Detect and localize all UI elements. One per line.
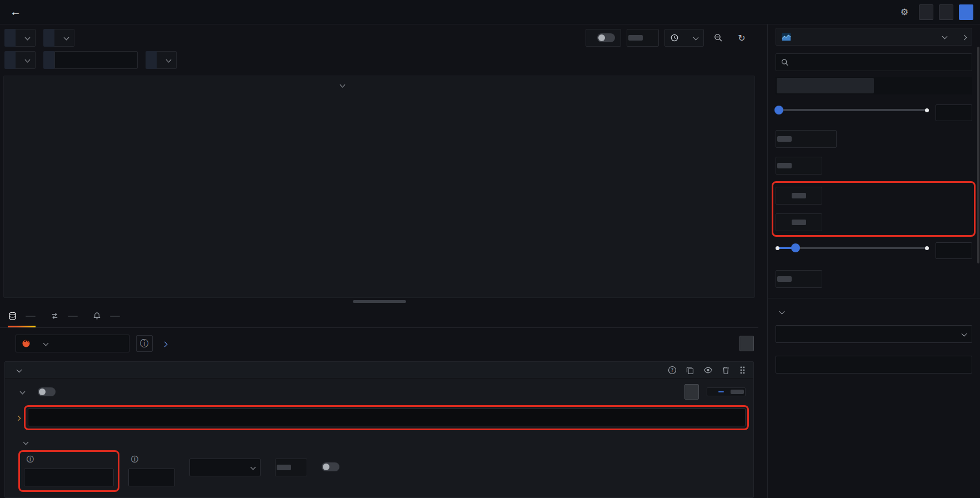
point-size-slider[interactable]	[776, 242, 929, 259]
legend-input[interactable]	[24, 469, 114, 486]
var-endpoint-limit-value[interactable]	[157, 51, 177, 69]
trash-icon[interactable]	[722, 366, 730, 375]
var-endpoint-value[interactable]	[16, 51, 36, 69]
query-inspector-button[interactable]	[739, 336, 754, 351]
chevron-down-icon	[19, 439, 28, 447]
gradient-none-button[interactable]	[777, 136, 792, 142]
query-options-toggle[interactable]	[159, 340, 186, 348]
datasource-picker[interactable]	[16, 335, 129, 352]
unit-select[interactable]	[776, 325, 972, 343]
code-option[interactable]	[731, 390, 744, 394]
save-button[interactable]	[939, 4, 953, 20]
chart-svg[interactable]	[4, 95, 755, 278]
connect-threshold-button[interactable]	[806, 193, 821, 198]
metrics-browser-toggle[interactable]	[13, 414, 20, 422]
builder-option[interactable]	[708, 389, 731, 395]
line-dots-button[interactable]	[806, 163, 821, 168]
info-icon[interactable]: ⓘ	[131, 455, 138, 465]
options-section-toggle[interactable]	[5, 429, 753, 449]
type-instant-button[interactable]	[291, 465, 306, 470]
actual-button[interactable]	[643, 35, 657, 41]
collapse-sidebar-icon[interactable]	[959, 32, 966, 42]
chevron-right-icon	[159, 340, 167, 348]
run-queries-button[interactable]	[684, 384, 699, 400]
var-service-instance-value[interactable]	[54, 29, 74, 47]
slider-handle[interactable]	[774, 106, 783, 114]
points-never-button[interactable]	[806, 220, 821, 225]
apply-button[interactable]	[959, 4, 973, 20]
point-size-input[interactable]	[936, 242, 972, 259]
gradient-hue-button[interactable]	[806, 136, 821, 142]
exemplars-toggle[interactable]	[322, 462, 339, 471]
var-service-instance	[43, 29, 74, 47]
back-arrow-icon[interactable]: ←	[10, 6, 21, 18]
query-row-header[interactable]: ?	[5, 362, 753, 379]
stack-100-button[interactable]	[806, 276, 821, 282]
tab-query[interactable]	[8, 305, 36, 327]
query-expression[interactable]	[28, 409, 746, 426]
points-auto-button[interactable]	[777, 220, 792, 225]
type-range-button[interactable]	[277, 465, 291, 470]
min-input[interactable]	[776, 356, 972, 374]
tab-transform[interactable]	[50, 305, 78, 327]
stack-normal-button[interactable]	[792, 276, 806, 282]
line-solid-button[interactable]	[777, 163, 792, 168]
query-row-actions: ?	[668, 366, 746, 375]
tab-all[interactable]	[777, 78, 874, 93]
fill-opacity-row	[776, 104, 972, 121]
time-range-picker[interactable]	[664, 29, 704, 47]
explain-toggle[interactable]	[38, 387, 56, 396]
connect-always-button[interactable]	[792, 193, 806, 198]
builder-code-segment	[707, 387, 746, 396]
connect-never-button[interactable]	[777, 193, 792, 198]
line-style-group	[776, 157, 972, 175]
panel-settings-button[interactable]: ⚙	[896, 4, 913, 20]
discard-button[interactable]	[919, 4, 933, 20]
variable-row-1: ↻	[0, 29, 758, 47]
options-search-input[interactable]	[793, 58, 967, 67]
var-service-label	[4, 29, 16, 47]
endpoint-keyword-input[interactable]	[54, 51, 138, 69]
var-service-value[interactable]	[16, 29, 36, 47]
chevron-down-icon	[776, 307, 784, 316]
panel-toolbar: ↻	[586, 29, 754, 47]
sidebar-scrollbar[interactable]	[977, 47, 979, 263]
viz-picker[interactable]	[776, 28, 972, 46]
chart-panel	[3, 76, 755, 298]
refresh-button[interactable]: ↻	[733, 30, 751, 46]
tab-alert[interactable]	[92, 305, 120, 327]
legend-field: ⓘ	[24, 455, 114, 486]
line-dash-button[interactable]	[792, 163, 806, 168]
format-dropdown[interactable]	[189, 459, 261, 476]
duplicate-icon[interactable]	[686, 366, 694, 375]
tab-query-count	[26, 316, 36, 317]
clock-icon	[671, 34, 678, 42]
collapse-chevron-icon[interactable]	[13, 365, 21, 375]
gradient-opacity-button[interactable]	[792, 136, 806, 142]
annotated-group	[776, 187, 972, 231]
datasource-help-button[interactable]: ⓘ	[136, 335, 153, 352]
fill-button[interactable]	[628, 35, 643, 41]
standard-options-toggle[interactable]	[776, 307, 972, 316]
min-step-field: ⓘ	[128, 455, 175, 486]
drag-handle-icon[interactable]	[739, 366, 746, 375]
query-patterns-dropdown[interactable]	[13, 390, 24, 395]
eye-icon[interactable]	[703, 366, 713, 375]
fill-opacity-slider[interactable]	[776, 104, 929, 121]
tab-overrides[interactable]	[874, 78, 971, 93]
table-view-toggle[interactable]	[597, 33, 615, 42]
points-always-button[interactable]	[792, 220, 806, 225]
resize-handle[interactable]	[353, 300, 406, 303]
metrics-browser-row	[5, 401, 753, 429]
stack-off-button[interactable]	[777, 276, 792, 282]
zoom-out-button[interactable]	[709, 30, 727, 46]
gradient-scheme-button[interactable]	[821, 136, 835, 142]
slider-handle[interactable]	[791, 243, 800, 252]
info-icon[interactable]: ⓘ	[27, 455, 34, 465]
panel-title[interactable]	[4, 81, 677, 89]
help-circle-icon[interactable]: ?	[668, 366, 677, 375]
min-step-input[interactable]	[128, 469, 175, 486]
query-editor-box: ?	[4, 361, 754, 498]
header-actions: ⚙	[896, 4, 973, 20]
fill-opacity-input[interactable]	[936, 104, 972, 121]
